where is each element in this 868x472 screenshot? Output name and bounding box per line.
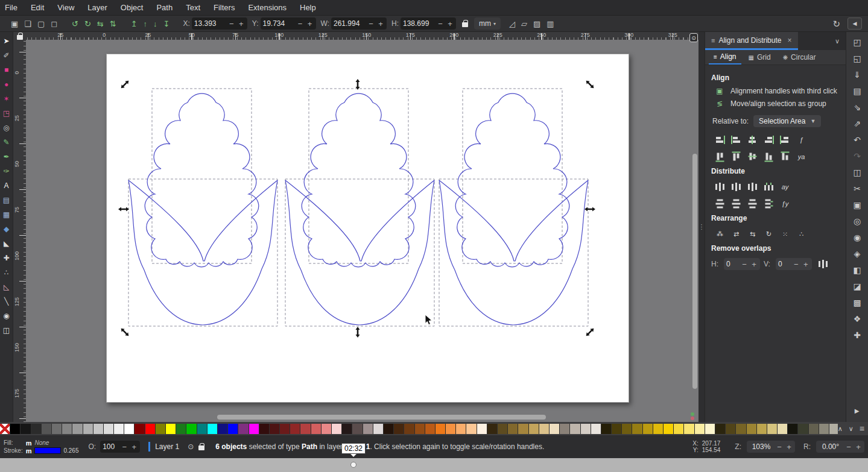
color-swatch[interactable] xyxy=(228,424,238,434)
color-swatch[interactable] xyxy=(394,424,404,434)
mesh-gradient-tool[interactable]: ▦ xyxy=(1,207,13,222)
color-swatch[interactable] xyxy=(550,424,560,434)
align-right-edges-button[interactable] xyxy=(761,133,776,146)
quick-zoom-icon[interactable]: ⊙ xyxy=(689,33,698,42)
palette-scroll-down-icon[interactable]: ∨ xyxy=(849,425,854,433)
color-swatch[interactable] xyxy=(684,424,694,434)
color-swatch[interactable] xyxy=(104,424,114,434)
unclump-button[interactable]: ∴ xyxy=(794,227,809,241)
new-document-button[interactable]: ◰ xyxy=(851,37,864,48)
fill-stroke-dialog-button[interactable]: ◧ xyxy=(851,265,864,275)
menu-item[interactable]: Help xyxy=(300,3,316,12)
color-swatch[interactable] xyxy=(352,424,363,434)
zoom-page-button[interactable]: ◈ xyxy=(851,248,864,259)
color-swatch[interactable] xyxy=(829,424,838,434)
center-vertical-axis-button[interactable] xyxy=(745,133,760,146)
dock-resize-handle[interactable]: ⋮ xyxy=(699,32,705,422)
color-swatch[interactable] xyxy=(145,424,156,434)
color-swatch[interactable] xyxy=(653,424,664,434)
color-swatch[interactable] xyxy=(747,424,757,434)
save-document-button[interactable]: ⇓ xyxy=(851,69,864,80)
unit-dropdown[interactable]: mm ▾ xyxy=(474,17,501,30)
decrement-button[interactable]: − xyxy=(297,19,304,28)
scale-gradients-toggle[interactable]: ▨ xyxy=(533,20,540,28)
scale-stroke-toggle[interactable]: ◿ xyxy=(509,20,515,28)
align-text-horizontal-button[interactable]: ƒ xyxy=(794,133,809,146)
decrement-button[interactable]: − xyxy=(845,442,852,452)
zoom-drawing-button[interactable]: ◎ xyxy=(851,216,864,227)
color-swatch[interactable] xyxy=(135,424,145,434)
distribute-gaps-h-button[interactable] xyxy=(761,180,776,194)
menu-item[interactable]: Filters xyxy=(214,3,235,12)
flip-horizontal-button[interactable]: ⇆ xyxy=(97,20,104,28)
increment-button[interactable]: + xyxy=(855,442,862,452)
decrement-button[interactable]: − xyxy=(121,442,128,452)
color-swatch[interactable] xyxy=(373,424,384,434)
layer-visibility-icon[interactable]: ⊙ xyxy=(188,442,194,451)
color-swatch[interactable] xyxy=(456,424,466,434)
h-gap-value[interactable]: 0 xyxy=(726,260,738,268)
color-swatch[interactable] xyxy=(238,424,249,434)
zoom-selection-button[interactable]: ◉ xyxy=(851,232,864,243)
rotation-value[interactable]: 0.00° xyxy=(819,442,843,451)
color-swatch[interactable] xyxy=(207,424,218,434)
color-swatch[interactable] xyxy=(186,424,197,434)
open-document-button[interactable]: ◱ xyxy=(851,53,864,64)
decrement-button[interactable]: − xyxy=(793,260,800,269)
color-swatch[interactable] xyxy=(539,424,550,434)
decrement-button[interactable]: − xyxy=(367,19,375,28)
raise-to-top-button[interactable]: ↥ xyxy=(131,20,138,28)
opacity-field[interactable]: 100 − + xyxy=(100,441,140,453)
paste-button[interactable]: ▣ xyxy=(851,200,864,210)
alignment-handles-toggle[interactable]: ▣ Alignment handles with third click xyxy=(715,87,840,95)
flip-vertical-button[interactable]: ⇅ xyxy=(110,20,116,28)
lock-ratio-icon[interactable] xyxy=(462,22,468,27)
pen-tool[interactable]: ✒ xyxy=(1,149,13,164)
color-swatch[interactable] xyxy=(249,424,259,434)
color-swatch[interactable] xyxy=(270,424,280,434)
zoom-field[interactable]: 103% − + xyxy=(747,441,795,453)
tweak-tool[interactable]: ✚ xyxy=(1,251,13,265)
color-swatch[interactable] xyxy=(218,424,228,434)
layer-lock-icon[interactable] xyxy=(198,445,204,450)
calligraphy-tool[interactable]: ✑ xyxy=(1,164,13,178)
v-gap-field[interactable]: 0 − + xyxy=(776,258,812,270)
color-swatch[interactable] xyxy=(31,424,42,434)
menu-item[interactable]: Layer xyxy=(87,3,107,12)
connector-tool[interactable]: ╲ xyxy=(1,294,13,309)
box3d-tool[interactable]: ◳ xyxy=(1,106,13,121)
color-managed-mode-icon[interactable] xyxy=(689,411,696,421)
increment-button[interactable]: + xyxy=(130,442,138,452)
select-all-layers-button[interactable]: ❑ xyxy=(24,20,31,28)
color-swatch[interactable] xyxy=(612,424,622,434)
menu-item[interactable]: File xyxy=(5,3,17,12)
field-value[interactable]: 138.699 xyxy=(403,19,434,28)
palette-scroll-up-icon[interactable]: ∧ xyxy=(838,425,843,433)
randomize-positions-button[interactable]: ⁙ xyxy=(778,227,793,241)
color-swatch[interactable] xyxy=(767,424,778,434)
w-field[interactable]: 261.994 − + xyxy=(331,17,387,30)
color-swatch[interactable] xyxy=(404,424,414,434)
color-swatch[interactable] xyxy=(788,424,798,434)
increment-button[interactable]: + xyxy=(446,19,454,28)
close-icon[interactable]: × xyxy=(787,36,791,45)
color-swatch[interactable] xyxy=(560,424,570,434)
distribute-text-h-button[interactable]: ay xyxy=(778,180,793,194)
distribute-left-edges-button[interactable] xyxy=(712,180,727,194)
color-swatch[interactable] xyxy=(425,424,436,434)
color-swatch[interactable] xyxy=(290,424,300,434)
increment-button[interactable]: + xyxy=(377,19,384,28)
color-swatch[interactable] xyxy=(0,424,10,434)
redo-button[interactable]: ↷ xyxy=(851,151,864,162)
distribute-centers-v-button[interactable] xyxy=(729,197,744,210)
color-swatch[interactable] xyxy=(21,424,31,434)
increment-button[interactable]: + xyxy=(238,19,245,28)
rotate-cw-button[interactable]: ↻ xyxy=(84,20,91,28)
color-swatch[interactable] xyxy=(632,424,642,434)
zoom-tool[interactable]: ◉ xyxy=(1,309,13,323)
distribute-top-edges-button[interactable] xyxy=(712,197,727,210)
gradient-tool[interactable]: ▤ xyxy=(1,193,13,207)
color-swatch[interactable] xyxy=(42,424,52,434)
menu-item[interactable]: Extensions xyxy=(248,3,287,12)
pages-tool[interactable]: ◫ xyxy=(1,323,13,338)
